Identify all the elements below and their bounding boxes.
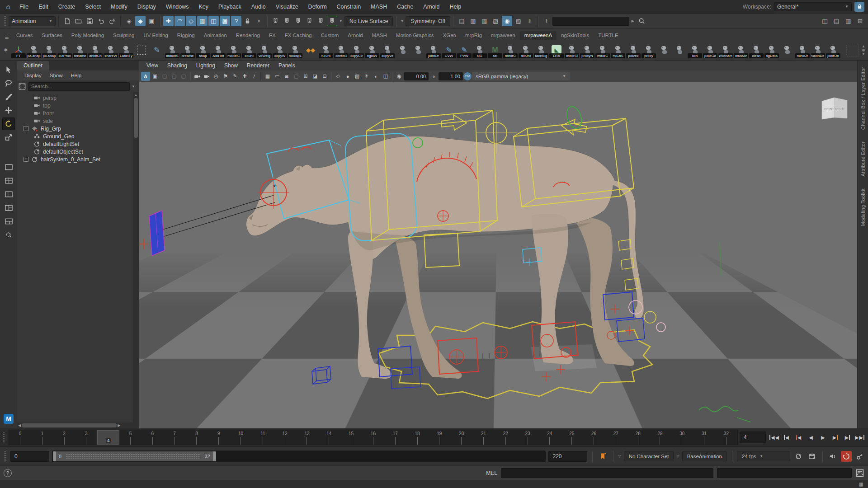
snap-options-arrow-icon[interactable]: ▾: [338, 16, 344, 26]
bookmark-icon[interactable]: ⚑: [221, 72, 230, 81]
shelf-button[interactable]: [656, 41, 672, 59]
shelf-scroll-down-icon[interactable]: ▼: [862, 52, 865, 56]
shelf-button-breathe[interactable]: breathe: [180, 41, 195, 59]
xray-icon[interactable]: ◫: [381, 72, 390, 81]
extra-display-icon[interactable]: ▢: [179, 72, 188, 81]
menu-windows[interactable]: Windows: [161, 0, 194, 14]
viewport-scene[interactable]: FRONT RIGHT: [139, 82, 857, 428]
timeline-frame-12[interactable]: 12: [274, 430, 296, 445]
hypershade-icon[interactable]: ▥: [468, 16, 478, 26]
timeline-frame-23[interactable]: 23: [517, 430, 539, 445]
shelf-button[interactable]: ✎: [149, 41, 165, 59]
snap-to-planes-icon[interactable]: [316, 16, 326, 26]
snap-grid-icon[interactable]: ✚: [163, 16, 174, 26]
make-live-icon[interactable]: ▩: [220, 16, 230, 26]
timeline-frame-27[interactable]: 27: [605, 430, 627, 445]
select-object-icon[interactable]: ◆: [135, 16, 146, 26]
viewport-menu-shading[interactable]: Shading: [163, 62, 192, 69]
safe-action-icon[interactable]: ◪: [311, 72, 320, 81]
menu-arnold[interactable]: Arnold: [418, 0, 444, 14]
chevron-down-icon[interactable]: ▽: [676, 454, 679, 458]
snap-projected-icon[interactable]: ▦: [197, 16, 208, 26]
current-frame-field[interactable]: 4: [740, 432, 766, 443]
lights-icon[interactable]: ☀: [362, 72, 371, 81]
outliner-item-ground-geo[interactable]: Ground_Geo: [17, 132, 133, 140]
animation-end-field[interactable]: 220: [548, 451, 587, 462]
shelf-button-furjnt[interactable]: furJnt: [318, 41, 334, 59]
render-view-icon[interactable]: ▦: [479, 16, 490, 26]
attribute-editor-toggle-icon[interactable]: ▤: [831, 16, 842, 26]
shelf-button-mirorsl[interactable]: mirorSl: [564, 41, 580, 59]
animation-preferences-icon[interactable]: [854, 451, 865, 462]
tab-modeling-toolkit[interactable]: Modeling Toolkit: [860, 188, 866, 226]
menu-create[interactable]: Create: [53, 0, 80, 14]
gate-mask-icon[interactable]: ▢: [292, 72, 301, 81]
shelf-button-po-snap[interactable]: po-snap: [42, 41, 57, 59]
chevron-down-icon[interactable]: ▽: [618, 454, 621, 458]
gizmo-right-label[interactable]: RIGHT: [835, 108, 844, 111]
menu-display[interactable]: Display: [132, 0, 161, 14]
help-icon[interactable]: ?: [4, 469, 12, 477]
shelf-menu-icon[interactable]: ☰: [2, 35, 12, 40]
workspace-toggle-icon[interactable]: ⊞: [855, 16, 865, 26]
timeline-frame-7[interactable]: 7: [164, 430, 186, 445]
go-to-end-button[interactable]: ▶▶: [854, 432, 865, 443]
maya-home-icon[interactable]: ⌂: [4, 2, 13, 11]
outliner-item-persp[interactable]: persp: [17, 94, 133, 102]
shelf-button-musmir[interactable]: musMir: [733, 41, 749, 59]
render-settings-icon[interactable]: ▤: [457, 16, 467, 26]
timeline-frame-16[interactable]: 16: [362, 430, 384, 445]
previous-key-button[interactable]: ◀: [781, 432, 792, 443]
shelf-button[interactable]: [134, 41, 149, 59]
outliner-item-top[interactable]: top: [17, 102, 133, 109]
fps-select[interactable]: 24 fps▼: [737, 451, 790, 461]
viewport-menu-show[interactable]: Show: [220, 62, 242, 69]
range-track[interactable]: 0 32: [52, 450, 546, 462]
custom-layout-button[interactable]: [2, 215, 15, 228]
search-icon[interactable]: [637, 16, 647, 26]
redo-icon[interactable]: [107, 16, 118, 26]
snap-curve-icon[interactable]: ◠: [175, 16, 185, 26]
timeline-frame-6[interactable]: 6: [142, 430, 164, 445]
shelf-button-rename[interactable]: rename: [72, 41, 88, 59]
shelf-button[interactable]: [395, 41, 410, 59]
drag-handle[interactable]: [3, 432, 6, 443]
shelf-button-sel[interactable]: Msel: [487, 41, 503, 59]
timeline-frame-14[interactable]: 14: [318, 430, 340, 445]
lion-model[interactable]: [246, 136, 644, 379]
shelf-button-cvw[interactable]: ✎CVW: [441, 41, 457, 59]
shelf-button-copyve[interactable]: copyVe: [380, 41, 395, 59]
menu-audio[interactable]: Audio: [246, 0, 271, 14]
shelf-button-mocap1[interactable]: mocap1: [288, 41, 303, 59]
gamma-icon[interactable]: ◑: [429, 72, 438, 81]
shelf-tab-animation[interactable]: Animation: [199, 31, 231, 40]
maya-logo[interactable]: M: [4, 414, 14, 424]
outliner-item-hairsystem-0-anim-set[interactable]: +hairSystem_0_Anim_Set: [17, 155, 133, 163]
open-scene-icon[interactable]: [73, 16, 84, 26]
range-start-handle[interactable]: [53, 451, 56, 461]
shelf-tab-rigging[interactable]: Rigging: [173, 31, 199, 40]
shelf-tab-mrprig[interactable]: mrpRig: [461, 31, 486, 40]
menu-mash[interactable]: MASH: [366, 0, 392, 14]
timeline-frame-0[interactable]: 0: [9, 430, 31, 445]
highlight-selection-icon[interactable]: ⌖: [254, 16, 264, 26]
outliner-filter-icon[interactable]: [18, 82, 26, 90]
gamma-field[interactable]: 1.00: [439, 72, 463, 80]
anim-layer-select[interactable]: BaseAnimation: [682, 451, 727, 461]
shelf-button-lion[interactable]: lion: [687, 41, 703, 59]
timeline-frame-1[interactable]: 1: [31, 430, 53, 445]
mel-input-field[interactable]: [501, 468, 713, 478]
shelf-tab-custom[interactable]: Custom: [316, 31, 344, 40]
timeline-frame-2[interactable]: 2: [53, 430, 75, 445]
shelf-tab-mrpaween[interactable]: mrpaween: [486, 31, 520, 40]
menu-file[interactable]: File: [14, 0, 33, 14]
undo-icon[interactable]: [96, 16, 106, 26]
shelf-button-sharew[interactable]: shareW: [103, 41, 118, 59]
viewport-menu-view[interactable]: View: [142, 62, 163, 69]
shelf-gear-icon[interactable]: ✱: [1, 47, 11, 52]
outliner-menu-help[interactable]: Help: [67, 73, 85, 78]
shelf-tab-surfaces[interactable]: Surfaces: [37, 31, 66, 40]
outliner-menu-display[interactable]: Display: [21, 73, 45, 78]
timeline-frame-29[interactable]: 29: [649, 430, 671, 445]
shelf-tab-poly-modeling[interactable]: Poly Modeling: [67, 31, 108, 40]
